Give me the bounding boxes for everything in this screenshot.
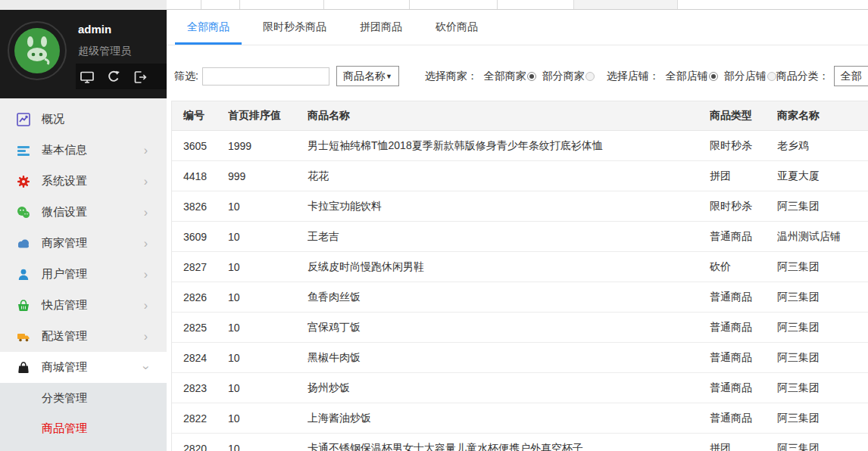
filter-keyword-input[interactable] (202, 67, 329, 86)
sidebar-item-基本信息[interactable]: 基本信息› (0, 135, 167, 166)
cell-sort: 10 (228, 261, 308, 273)
sidebar-item-用户管理[interactable]: 用户管理› (0, 259, 167, 290)
browser-active-tab[interactable] (573, 0, 678, 9)
cell-merchant: 亚夏大厦 (777, 170, 868, 183)
cell-sort: 10 (228, 291, 308, 303)
header-type: 商品类型 (710, 109, 777, 123)
sidebar-item-系统设置[interactable]: 系统设置› (0, 166, 167, 197)
sidebar-submenu: 分类管理商品管理 (0, 383, 167, 451)
list-icon (17, 144, 30, 157)
cell-id: 2823 (172, 382, 228, 394)
tab-group-buy-products[interactable]: 拼团商品 (348, 10, 414, 45)
radio-unselected-icon[interactable] (767, 72, 776, 81)
cell-merchant: 阿三集团 (777, 200, 868, 213)
refresh-icon[interactable] (105, 69, 122, 86)
header-name: 商品名称 (308, 109, 710, 123)
table-row[interactable]: 282010卡通不锈钢保温杯男女士大容量儿童水杯便携户外真空杯子拼团阿三集团 (172, 434, 868, 451)
cell-type: 普通商品 (710, 381, 777, 395)
sidebar-item-配送管理[interactable]: 配送管理› (0, 321, 167, 352)
radio-all-merchants[interactable]: 全部商家 (484, 70, 536, 83)
radio-unselected-icon[interactable] (585, 72, 595, 81)
table-row[interactable]: 360910王老吉普通商品温州测试店铺 (172, 222, 868, 252)
filter-row: 筛选: 商品名称 ▼ 选择商家： 全部商家 部分商家 选择店铺： 全部店铺 (174, 66, 868, 86)
cell-name: 男士短袖纯棉T恤2018夏季新款韩版修身青少年条纹打底衫体恤 (308, 139, 710, 153)
cell-id: 2822 (172, 412, 228, 425)
table-row[interactable]: 282610鱼香肉丝饭普通商品阿三集团 (172, 282, 868, 313)
cell-name: 王老吉 (308, 230, 710, 244)
user-icon (17, 268, 30, 281)
desktop-icon[interactable] (79, 69, 95, 86)
cell-sort: 10 (228, 231, 308, 243)
sidebar-item-商家管理[interactable]: 商家管理› (0, 228, 167, 259)
radio-partial-merchants[interactable]: 部分商家 (542, 70, 595, 83)
table-row[interactable]: 282210上海酱油炒饭普通商品阿三集团 (172, 403, 868, 434)
cell-type: 限时秒杀 (710, 139, 777, 153)
filter-field-select[interactable]: 商品名称 ▼ (336, 66, 399, 86)
sidebar-item-label: 概况 (42, 112, 167, 126)
shop-filter-group: 选择店铺： 全部店铺 部分店铺 (607, 70, 776, 83)
table-row[interactable]: 282710反绒皮时尚慢跑休闲男鞋砍价阿三集团 (172, 252, 868, 282)
category-filter-group: 商品分类： 全部 ▼ (776, 66, 868, 86)
main-content: 全部商品 限时秒杀商品 拼团商品 砍价商品 筛选: 商品名称 ▼ 选择商家： 全… (167, 10, 868, 451)
pig-logo-icon (7, 20, 67, 81)
cell-type: 拼团 (710, 170, 777, 183)
sidebar-item-label: 系统设置 (42, 174, 144, 188)
gear-icon (17, 175, 30, 188)
table-row[interactable]: 282510宫保鸡丁饭普通商品阿三集团 (172, 313, 868, 343)
sidebar-item-概况[interactable]: 概况 (0, 104, 167, 135)
table-row[interactable]: 282310扬州炒饭普通商品阿三集团 (172, 373, 868, 403)
cell-id: 3605 (172, 140, 228, 152)
truck-icon (17, 330, 30, 344)
table-row[interactable]: 382610卡拉宝功能饮料限时秒杀阿三集团 (172, 191, 868, 222)
cell-name: 反绒皮时尚慢跑休闲男鞋 (308, 260, 710, 274)
category-select[interactable]: 全部 ▼ (834, 66, 868, 86)
cell-type: 普通商品 (710, 412, 777, 425)
filter-label: 筛选: (174, 70, 198, 83)
cell-merchant: 阿三集团 (777, 260, 868, 274)
chevron-right-icon: › (144, 269, 148, 281)
cell-sort: 1999 (228, 140, 308, 152)
table-row[interactable]: 4418999花花拼团亚夏大厦 (172, 161, 868, 191)
filter-field-value: 商品名称 (343, 70, 386, 83)
cell-sort: 10 (228, 382, 308, 394)
cell-merchant: 阿三集团 (777, 291, 868, 304)
cell-id: 2824 (172, 352, 228, 364)
cell-type: 普通商品 (710, 321, 777, 334)
cell-name: 卡拉宝功能饮料 (308, 200, 710, 213)
radio-all-shops[interactable]: 全部店铺 (666, 70, 718, 83)
tab-all-products[interactable]: 全部商品 (175, 10, 242, 45)
sidebar-item-微信设置[interactable]: 微信设置› (0, 197, 167, 228)
chevron-down-icon: ▼ (386, 73, 392, 80)
sidebar-subitem-商品管理[interactable]: 商品管理 (0, 413, 167, 443)
sidebar-item-label: 配送管理 (42, 329, 144, 344)
cell-id: 2827 (172, 261, 228, 273)
table-row[interactable]: 36051999男士短袖纯棉T恤2018夏季新款韩版修身青少年条纹打底衫体恤限时… (172, 131, 868, 161)
sidebar-item-快店管理[interactable]: 快店管理› (0, 290, 167, 321)
sidebar-subitem-分类管理[interactable]: 分类管理 (0, 383, 167, 413)
shop-group-label: 选择店铺： (607, 70, 660, 83)
tab-divider (323, 0, 324, 9)
chevron-right-icon: › (144, 331, 148, 343)
radio-partial-shops[interactable]: 部分店铺 (724, 70, 776, 83)
logout-icon[interactable] (132, 69, 148, 86)
table-row[interactable]: 282410黑椒牛肉饭普通商品阿三集团 (172, 343, 868, 373)
cell-merchant: 老乡鸡 (777, 139, 868, 153)
sidebar-item-商城管理[interactable]: 商城管理› (0, 352, 167, 383)
tab-flash-sale-products[interactable]: 限时秒杀商品 (251, 10, 339, 45)
sidebar-item-label: 微信设置 (42, 205, 144, 219)
tab-strip-left (0, 0, 167, 10)
cell-merchant: 温州测试店铺 (777, 230, 868, 244)
tab-bargain-products[interactable]: 砍价商品 (423, 10, 490, 45)
sidebar-item-label: 用户管理 (42, 267, 144, 281)
cell-type: 限时秒杀 (710, 200, 777, 213)
chevron-right-icon: › (144, 145, 148, 157)
cell-id: 2825 (172, 322, 228, 334)
radio-selected-icon[interactable] (527, 72, 536, 81)
header-merchant: 商家名称 (777, 109, 868, 123)
radio-selected-icon[interactable] (709, 72, 718, 81)
product-table: 编号 首页排序值 商品名称 商品类型 商家名称 36051999男士短袖纯棉T恤… (171, 101, 868, 451)
cell-name: 花花 (308, 170, 710, 183)
user-role: 超级管理员 (78, 45, 131, 58)
cell-name: 宫保鸡丁饭 (308, 321, 710, 334)
cell-merchant: 阿三集团 (777, 321, 868, 334)
